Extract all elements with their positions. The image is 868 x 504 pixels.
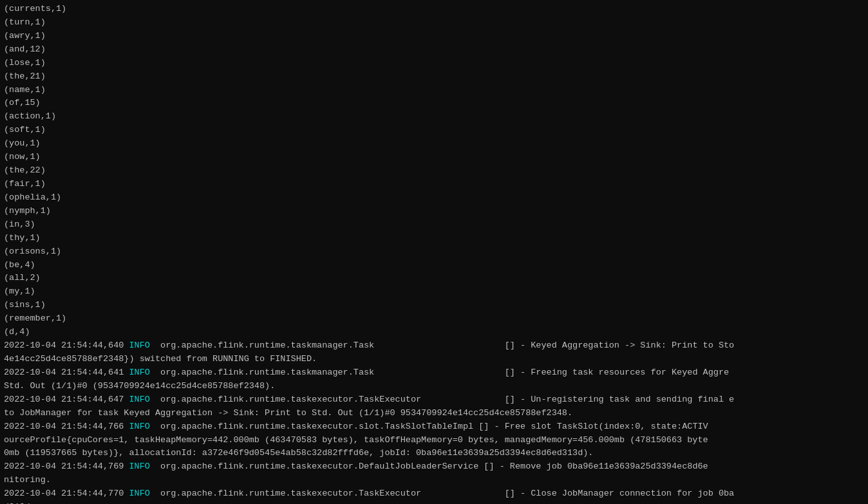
log-line-5b: nitoring. bbox=[4, 474, 864, 487]
log-line-1: 2022-10-04 21:54:44,640 INFO org.apache.… bbox=[4, 339, 864, 353]
output-line-6: (the,21) bbox=[4, 70, 864, 84]
output-line-3: (awry,1) bbox=[4, 30, 864, 43]
output-line-17: (in,3) bbox=[4, 218, 864, 232]
output-line-10: (soft,1) bbox=[4, 124, 864, 137]
output-line-15: (ophelia,1) bbox=[4, 191, 864, 205]
output-line-9: (action,1) bbox=[4, 110, 864, 124]
output-line-7: (name,1) bbox=[4, 84, 864, 97]
log-line-6b: d313d. bbox=[4, 501, 864, 504]
output-line-18: (thy,1) bbox=[4, 232, 864, 245]
terminal-window[interactable]: (currents,1) (turn,1) (awry,1) (and,12) … bbox=[4, 3, 864, 504]
log-line-3: 2022-10-04 21:54:44,647 INFO org.apache.… bbox=[4, 393, 864, 407]
log-line-2: 2022-10-04 21:54:44,641 INFO org.apache.… bbox=[4, 366, 864, 380]
output-line-22: (my,1) bbox=[4, 285, 864, 299]
output-line-13: (the,22) bbox=[4, 164, 864, 178]
output-line-4: (and,12) bbox=[4, 43, 864, 57]
output-line-5: (lose,1) bbox=[4, 57, 864, 70]
output-line-20: (be,4) bbox=[4, 259, 864, 272]
output-line-1: (currents,1) bbox=[4, 3, 864, 16]
output-line-11: (you,1) bbox=[4, 137, 864, 151]
log-line-5: 2022-10-04 21:54:44,769 INFO org.apache.… bbox=[4, 460, 864, 474]
output-line-2: (turn,1) bbox=[4, 16, 864, 30]
output-line-8: (of,15) bbox=[4, 97, 864, 110]
output-line-16: (nymph,1) bbox=[4, 205, 864, 218]
log-line-4: 2022-10-04 21:54:44,766 INFO org.apache.… bbox=[4, 420, 864, 434]
output-line-14: (fair,1) bbox=[4, 178, 864, 191]
log-line-2b: Std. Out (1/1)#0 (9534709924e14cc25d4ce8… bbox=[4, 380, 864, 393]
log-line-6: 2022-10-04 21:54:44,770 INFO org.apache.… bbox=[4, 487, 864, 501]
output-line-23: (sins,1) bbox=[4, 299, 864, 312]
log-line-1b: 4e14cc25d4ce85788ef2348}) switched from … bbox=[4, 353, 864, 366]
output-line-21: (all,2) bbox=[4, 272, 864, 285]
output-line-19: (orisons,1) bbox=[4, 245, 864, 259]
output-line-24: (remember,1) bbox=[4, 312, 864, 326]
output-line-12: (now,1) bbox=[4, 151, 864, 164]
log-line-4b: ourceProfile{cpuCores=1, taskHeapMemory=… bbox=[4, 434, 864, 447]
log-line-3b: to JobManager for task Keyed Aggregation… bbox=[4, 407, 864, 420]
log-line-4c: 0mb (119537665 bytes)}, allocationId: a3… bbox=[4, 447, 864, 460]
output-line-25: (d,4) bbox=[4, 326, 864, 339]
